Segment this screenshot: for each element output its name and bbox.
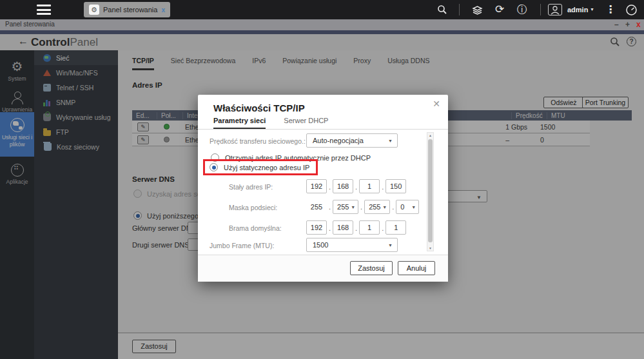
ip-octet-3[interactable] (359, 179, 380, 193)
scrollbar-thumb[interactable] (428, 139, 433, 242)
main-menu-icon[interactable] (37, 5, 51, 15)
dialog-cancel-button[interactable]: Anuluj (398, 261, 435, 275)
static-ip-radio-highlight[interactable]: Użyj statycznego adresu IP (203, 159, 318, 175)
mask-octet-3-select[interactable]: 255 ▼ (364, 200, 390, 214)
top-bar: ⚙ Panel sterowania x ⟳ ⓘ admin ▼ ⋮ (0, 0, 644, 19)
chevron-down-icon: ▼ (388, 139, 393, 143)
gateway-inputs: . . . (306, 220, 406, 235)
close-window-icon[interactable]: x (636, 20, 641, 29)
mask-octet-4-select[interactable]: 0 ▼ (396, 200, 419, 214)
dialog-scrollbar[interactable]: ▲ ▼ (427, 132, 434, 251)
mtu-label: Jumbo Frame (MTU): (210, 242, 274, 249)
window-title-bar: Panel sterowania – + x (0, 19, 644, 30)
window-title: Panel sterowania (5, 21, 55, 28)
static-ip-inputs: . . . (306, 179, 406, 193)
tcpip-properties-dialog: Właściwości TCP/IP ✕ Parametry sieci Ser… (198, 95, 448, 282)
static-ip-label: Stały adres IP: (229, 183, 273, 191)
mtu-select[interactable]: 1500 ▼ (306, 238, 398, 252)
dialog-tabs: Parametry sieci Serwer DHCP (213, 117, 328, 129)
info-icon[interactable]: ⓘ (514, 0, 530, 19)
dialog-apply-button[interactable]: Zastosuj (350, 261, 393, 275)
gw-octet-1[interactable] (306, 220, 327, 235)
scroll-down-icon[interactable]: ▼ (427, 246, 433, 250)
mask-label: Maska podsieci: (229, 204, 277, 211)
minimize-icon[interactable]: – (614, 20, 619, 29)
mask-octet-2-select[interactable]: 255 ▼ (333, 200, 358, 214)
tab-serwer-dhcp[interactable]: Serwer DHCP (284, 117, 328, 129)
chevron-down-icon: ▼ (388, 243, 393, 247)
ip-octet-4[interactable] (385, 179, 406, 193)
tab-close-icon[interactable]: x (161, 6, 165, 14)
tab-parametry-sieci[interactable]: Parametry sieci (213, 117, 266, 129)
background-tasks-icon[interactable] (469, 0, 485, 22)
ip-octet-1[interactable] (306, 179, 327, 193)
topbar-divider (459, 4, 460, 15)
speed-select[interactable]: Auto-negocjacja ▼ (306, 133, 398, 148)
app-tab-panel-sterowania[interactable]: ⚙ Panel sterowania x (84, 2, 170, 17)
topbar-divider (540, 4, 541, 15)
search-icon[interactable] (435, 0, 449, 21)
dialog-separator (198, 129, 448, 130)
dialog-footer: Zastosuj Anuluj (198, 255, 448, 282)
gateway-label: Brama domyślna: (229, 224, 282, 232)
radio-selected-icon (210, 163, 218, 171)
dialog-title: Właściwości TCP/IP (213, 102, 305, 113)
window-top-border (0, 30, 644, 34)
mask-octet-1: 255 (306, 203, 327, 211)
maximize-icon[interactable]: + (625, 20, 630, 29)
user-avatar-icon[interactable] (548, 4, 562, 15)
gw-octet-2[interactable] (333, 220, 353, 235)
gear-icon: ⚙ (89, 5, 99, 15)
speed-label: Prędkość transferu sieciowego.: (210, 137, 306, 145)
refresh-icon[interactable]: ⟳ (492, 0, 507, 19)
gw-octet-4[interactable] (385, 220, 406, 235)
ip-octet-2[interactable] (333, 179, 353, 193)
app-tab-label: Panel sterowania (103, 6, 157, 14)
screen: ⚙ Panel sterowania x ⟳ ⓘ admin ▼ ⋮ Panel… (0, 0, 644, 359)
gw-octet-3[interactable] (359, 220, 380, 235)
chevron-down-icon: ▼ (590, 0, 594, 19)
more-options-icon[interactable]: ⋮ (605, 0, 616, 19)
close-icon[interactable]: ✕ (433, 99, 440, 109)
scroll-up-icon[interactable]: ▲ (427, 133, 433, 137)
admin-menu[interactable]: admin (567, 0, 588, 19)
mask-inputs: 255 . 255 ▼ . 255 ▼ . 0 ▼ (306, 200, 419, 214)
